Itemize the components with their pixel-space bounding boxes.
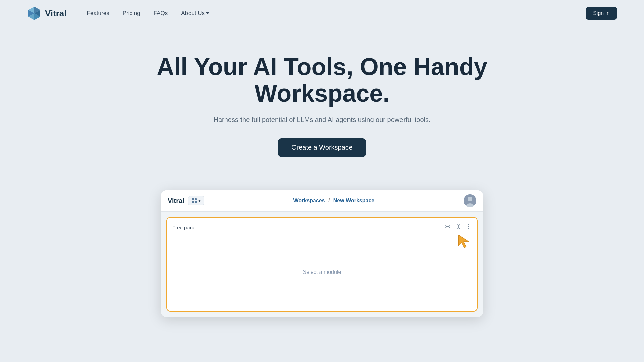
select-module-label: Select a module <box>172 239 472 306</box>
breadcrumb-separator: / <box>328 198 330 203</box>
avatar-image <box>464 194 476 207</box>
svg-point-15 <box>468 226 469 227</box>
avatar[interactable] <box>464 194 476 207</box>
resize-vertical-icon[interactable] <box>455 223 462 232</box>
svg-point-12 <box>468 197 472 201</box>
app-logo-text: Vitral <box>168 197 184 205</box>
nav-item-pricing[interactable]: Pricing <box>123 10 140 17</box>
free-panel: Free panel <box>166 217 478 312</box>
breadcrumb-workspaces[interactable]: Workspaces <box>293 198 325 203</box>
panel-header: Free panel <box>172 223 472 232</box>
nav-item-about[interactable]: About Us <box>181 10 209 17</box>
nav-item-faqs[interactable]: FAQs <box>154 10 168 17</box>
app-preview: Vitral ▾ Workspaces / New Workspace <box>161 190 483 317</box>
nav-links: Features Pricing FAQs About Us <box>87 10 586 17</box>
panel-controls <box>444 223 472 232</box>
breadcrumb-current: New Workspace <box>333 198 374 203</box>
chevron-down-icon <box>206 12 209 14</box>
vitral-logo-icon <box>27 6 42 21</box>
svg-rect-9 <box>192 201 194 203</box>
create-workspace-button[interactable]: Create a Workspace <box>278 138 366 157</box>
workspace-grid-icon <box>192 198 197 203</box>
more-options-icon[interactable] <box>466 223 472 232</box>
logo-link[interactable]: Vitral <box>27 6 67 21</box>
app-workspace-switcher[interactable]: ▾ <box>188 196 204 205</box>
resize-horizontal-icon[interactable] <box>444 224 451 231</box>
app-breadcrumb: Workspaces / New Workspace <box>204 198 464 204</box>
svg-rect-7 <box>192 198 194 200</box>
navbar: Vitral Features Pricing FAQs About Us Si… <box>0 0 644 27</box>
hero-section: All Your AI Tools, One Handy Workspace. … <box>0 27 644 177</box>
hero-title: All Your AI Tools, One Handy Workspace. <box>138 54 506 107</box>
nav-item-features[interactable]: Features <box>87 10 109 17</box>
svg-point-14 <box>468 224 469 225</box>
svg-point-16 <box>468 228 469 229</box>
hero-subtitle: Harness the full potential of LLMs and A… <box>213 116 430 124</box>
signin-button[interactable]: Sign In <box>586 7 617 20</box>
logo-text: Vitral <box>45 8 67 19</box>
svg-rect-10 <box>195 201 197 203</box>
app-topbar: Vitral ▾ Workspaces / New Workspace <box>161 190 483 212</box>
panel-title: Free panel <box>172 225 197 230</box>
chevron-small-icon: ▾ <box>198 198 201 203</box>
app-preview-container: Vitral ▾ Workspaces / New Workspace <box>0 177 644 317</box>
svg-rect-8 <box>195 198 197 200</box>
app-content: Free panel <box>161 212 483 317</box>
